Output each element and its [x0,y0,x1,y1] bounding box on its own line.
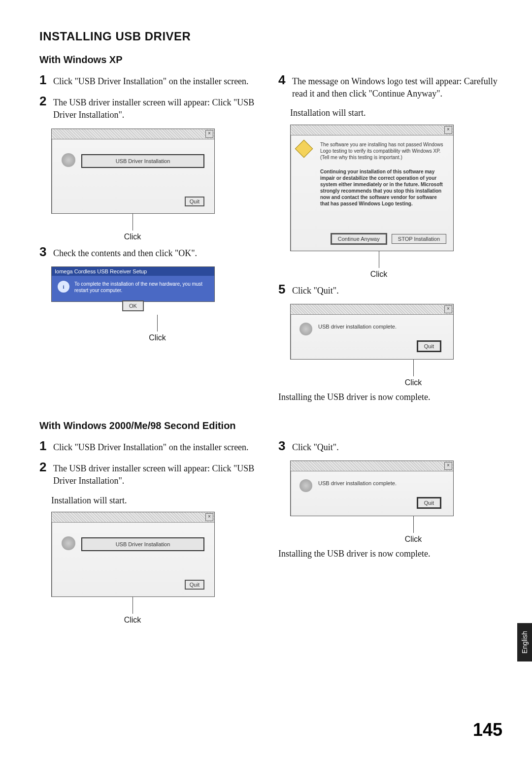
stop-installation-button[interactable]: STOP Installation [392,234,446,244]
xp-step-1: 1 Click "USB Driver Installation" on the… [39,73,264,88]
w2k-step-3: 3 Click "Quit". [278,439,502,454]
close-icon[interactable]: × [444,462,452,470]
w2k-figure-installer: × USB Driver Installation Quit Click [51,512,264,625]
w2k-figure-quit: × USB driver installation complete. Quit… [290,461,502,544]
usb-driver-install-button[interactable]: USB Driver Installation [81,537,204,551]
dialog-installer: × USB Driver Installation Quit [51,512,215,597]
warning-icon [295,139,313,158]
step-number: 1 [39,439,49,452]
w2k-step-2: 2 The USB driver installer screen will a… [39,461,264,487]
page-title: INSTALLING USB DRIVER [39,30,502,43]
click-label: Click [124,616,141,625]
step-subtext: Installation will start. [290,107,502,119]
step-text: The message on Windows logo test will ap… [292,73,502,100]
w2k-step-1: 1 Click "USB Driver Installation" on the… [39,439,264,454]
ok-button[interactable]: OK [122,300,144,311]
step-number: 1 [39,73,49,86]
step-number: 2 [39,95,49,107]
quit-button[interactable]: Quit [417,497,441,509]
click-label: Click [149,333,166,342]
step-number: 2 [39,461,49,473]
xp-complete-text: Installing the USB driver is now complet… [278,391,502,403]
w2k-col-left: 1 Click "USB Driver Installation" on the… [39,439,264,628]
pointer-line [413,516,414,533]
close-icon[interactable]: × [444,305,452,313]
dialog-confirm: Iomega Cordless USB Receiver Setup i To … [51,266,215,302]
dialog-titlebar: × [291,125,453,135]
click-label: Click [124,232,141,241]
pointer-line [133,597,133,614]
pointer-line [157,315,158,331]
w2k-col-right: 3 Click "Quit". × USB driver installatio… [278,439,502,628]
dialog-message: USB driver installation complete. [318,480,397,486]
dialog-quit: × USB driver installation complete. Quit [290,304,454,360]
xp-step-2: 2 The USB driver installer screen will a… [39,95,264,121]
step-number: 3 [278,439,288,452]
step-number: 4 [278,73,288,86]
quit-button[interactable]: Quit [185,197,204,206]
manual-page: INSTALLING USB DRIVER With Windows XP 1 … [0,0,532,760]
xp-step-5: 5 Click "Quit". [278,283,502,297]
section-heading-w2k: With Windows 2000/Me/98 Second Edition [39,420,502,431]
step-number: 5 [278,283,288,296]
xp-col-left: 1 Click "USB Driver Installation" on the… [39,73,264,408]
cd-icon [299,323,312,335]
cd-icon [62,536,75,550]
xp-figure-confirm: Iomega Cordless USB Receiver Setup i To … [51,266,264,342]
dialog-installer: × USB Driver Installation Quit [51,129,215,214]
xp-figure-quit: × USB driver installation complete. Quit… [290,304,502,387]
close-icon[interactable]: × [444,126,452,134]
click-label: Click [405,378,422,387]
close-icon[interactable]: × [205,130,213,138]
w2k-complete-text: Installing the USB driver is now complet… [278,548,502,560]
step-text: The USB driver installer screen will app… [53,95,264,121]
dialog-logo-warning: × The software you are installing has no… [290,125,454,251]
cd-icon [62,153,75,167]
w2k-columns: 1 Click "USB Driver Installation" on the… [39,439,502,628]
dialog-titlebar: × [52,129,214,139]
xp-columns: 1 Click "USB Driver Installation" on the… [39,73,502,408]
click-label: Click [370,270,388,279]
pointer-line [133,214,133,231]
step-text: Click "USB Driver Installation" on the i… [53,73,249,88]
language-tab-label: English [521,631,529,654]
cd-icon [299,479,312,492]
xp-step-3: 3 Check the contents and then click "OK"… [39,245,264,260]
language-tab: English [517,623,532,661]
continue-anyway-button[interactable]: Continue Anyway [331,233,387,245]
click-label: Click [405,535,422,544]
dialog-quit: × USB driver installation complete. Quit [290,461,454,516]
pointer-line [413,360,414,376]
step-number: 3 [39,245,49,258]
xp-figure-installer: × USB Driver Installation Quit Click [51,129,264,241]
dialog-titlebar: × [291,461,453,471]
usb-driver-install-button[interactable]: USB Driver Installation [81,154,204,168]
step-text: The USB driver installer screen will app… [53,461,264,487]
quit-button[interactable]: Quit [185,580,204,590]
step-text: Click "Quit". [292,439,339,454]
dialog-titlebar: × [291,304,453,315]
dialog-titlebar: Iomega Cordless USB Receiver Setup [52,267,214,276]
step-text: Check the contents and then click "OK". [53,245,197,260]
dialog-message: USB driver installation complete. [318,324,397,330]
close-icon[interactable]: × [205,513,213,521]
step-text: Click "USB Driver Installation" on the i… [53,439,249,454]
info-icon: i [58,281,69,293]
pointer-line [379,251,379,268]
page-number: 145 [473,720,502,740]
xp-step-4: 4 The message on Windows logo test will … [278,73,502,100]
step-text: Click "Quit". [292,283,339,297]
step-subtext: Installation will start. [51,495,264,507]
quit-button[interactable]: Quit [417,340,441,352]
dialog-text-2: Continuing your installation of this sof… [320,168,445,207]
dialog-text-1: The software you are installing has not … [320,141,445,161]
dialog-titlebar: × [52,512,214,523]
xp-figure-logo-warning: × The software you are installing has no… [290,125,502,279]
section-heading-xp: With Windows XP [39,54,502,66]
dialog-message: To complete the installation of the new … [74,281,208,294]
xp-col-right: 4 The message on Windows logo test will … [278,73,502,408]
